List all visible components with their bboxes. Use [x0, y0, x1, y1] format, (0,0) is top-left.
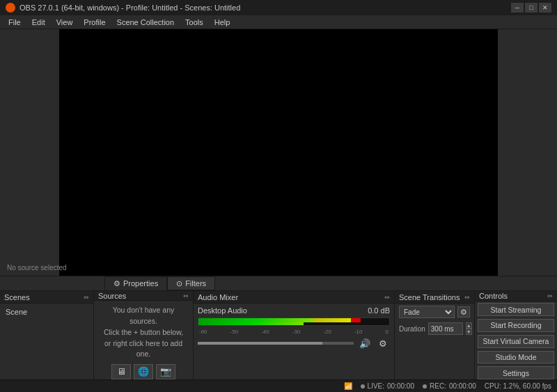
- sources-panel-header: Sources ⇔: [94, 291, 193, 301]
- source-icon-browser[interactable]: 🌐: [134, 364, 153, 379]
- audio-track-header: Desktop Audio 0.0 dB: [198, 306, 390, 315]
- controls-title: Controls: [479, 292, 508, 300]
- duration-label: Duration: [399, 325, 425, 333]
- start-recording-button[interactable]: Start Recording: [478, 319, 554, 332]
- settings-button[interactable]: Settings: [478, 366, 554, 379]
- transitions-header: Scene Transitions ⇔: [395, 291, 474, 304]
- duration-up-button[interactable]: ▲: [466, 322, 472, 329]
- menu-tools[interactable]: Tools: [180, 17, 209, 28]
- live-time: 00:00:00: [387, 382, 414, 390]
- properties-tab-bar: ⚙ Properties ⊙ Filters: [0, 276, 557, 291]
- live-status: LIVE: 00:00:00: [361, 382, 414, 390]
- controls-expand-icon[interactable]: ⇔: [547, 292, 553, 299]
- scale-50: -50: [230, 329, 239, 335]
- app-window: OBS 27.0.1 (64-bit, windows) - Profile: …: [0, 0, 557, 392]
- transition-type-select[interactable]: Fade: [399, 306, 455, 318]
- scenes-panel-header: Scenes ⇔: [0, 291, 93, 304]
- audio-content: Desktop Audio 0.0 dB -60 -50 -40: [194, 304, 394, 379]
- scale-20: -20: [323, 329, 331, 335]
- main-layout: No source selected ⚙ Properties ⊙ Filter…: [0, 29, 557, 379]
- controls-panel: Controls ⇔ Start Streaming Start Recordi…: [475, 291, 557, 379]
- tab-filters[interactable]: ⊙ Filters: [167, 276, 215, 290]
- menu-view[interactable]: View: [51, 17, 79, 28]
- transition-type-row: Fade ⚙: [395, 304, 474, 320]
- transitions-expand-icon[interactable]: ⇔: [464, 294, 470, 301]
- duration-down-button[interactable]: ▼: [466, 329, 472, 335]
- cpu-status: CPU: 1.2%, 60.00 fps: [485, 382, 551, 390]
- bottom-row: Scenes ⇔ Scene + − ∧ ∨: [0, 291, 557, 379]
- transition-settings-button[interactable]: ⚙: [457, 306, 470, 317]
- start-streaming-button[interactable]: Start Streaming: [478, 303, 554, 316]
- menu-help[interactable]: Help: [209, 17, 236, 28]
- scale-10: -10: [354, 329, 363, 335]
- close-button[interactable]: ✕: [539, 3, 551, 13]
- rec-dot: [423, 384, 427, 389]
- scene-item[interactable]: Scene: [3, 306, 91, 317]
- window-controls: ─ □ ✕: [511, 3, 551, 13]
- center-right-column: No source selected ⚙ Properties ⊙ Filter…: [0, 29, 557, 379]
- sources-empty-message[interactable]: You don't have any sources. Click the + …: [94, 301, 193, 379]
- network-icon-item: 📶: [344, 382, 352, 390]
- sources-icon-row: 🖥 🌐 📷: [111, 364, 175, 379]
- audio-mixer-panel: Audio Mixer ⇔ Desktop Audio 0.0 dB: [194, 291, 395, 379]
- rec-label: REC:: [430, 382, 446, 390]
- source-icon-camera[interactable]: 📷: [156, 364, 175, 379]
- transition-duration-row: Duration ▲ ▼: [395, 320, 474, 337]
- scale-40: -40: [261, 329, 269, 335]
- sources-empty-line1: You don't have any sources.: [98, 305, 189, 327]
- title-text: OBS 27.0.1 (64-bit, windows) - Profile: …: [19, 3, 240, 12]
- audio-meter: [198, 317, 390, 326]
- gear-icon: ⚙: [113, 279, 120, 288]
- audio-db-value: 0.0 dB: [368, 306, 390, 315]
- scale-60: -60: [199, 329, 207, 335]
- duration-input[interactable]: [428, 322, 463, 335]
- rec-status: REC: 00:00:00: [423, 382, 476, 390]
- sources-panel: Sources ⇔ You don't have any sources. Cl…: [94, 291, 194, 379]
- volume-slider[interactable]: [198, 342, 354, 345]
- audio-mixer-title: Audio Mixer: [198, 293, 238, 301]
- controls-header: Controls ⇔: [475, 291, 557, 301]
- meter-bar-yellow: [313, 318, 351, 322]
- preview-wrapper: No source selected: [0, 29, 557, 276]
- transitions-panel: Scene Transitions ⇔ Fade ⚙ Duration ▲: [395, 291, 475, 379]
- filter-icon: ⊙: [176, 279, 182, 288]
- live-label: LIVE:: [368, 382, 384, 390]
- scale-30: -30: [292, 329, 301, 335]
- audio-mixer-expand-icon[interactable]: ⇔: [384, 294, 390, 301]
- sources-expand-icon[interactable]: ⇔: [183, 292, 189, 299]
- audio-mixer-header: Audio Mixer ⇔: [194, 291, 394, 304]
- source-icon-display[interactable]: 🖥: [111, 364, 131, 379]
- mute-button[interactable]: 🔊: [358, 338, 372, 349]
- tab-properties[interactable]: ⚙ Properties: [104, 276, 167, 290]
- meter-scale: -60 -50 -40 -30 -20 -10 0: [198, 329, 390, 335]
- minimize-button[interactable]: ─: [511, 3, 524, 13]
- network-icon: 📶: [344, 382, 352, 390]
- scenes-expand-icon[interactable]: ⇔: [84, 294, 89, 301]
- app-icon: [6, 3, 15, 13]
- start-virtual-camera-button[interactable]: Start Virtual Camera: [478, 335, 554, 348]
- scenes-panel: Scenes ⇔ Scene + − ∧ ∨: [0, 291, 94, 379]
- scenes-list: Scene: [0, 304, 93, 379]
- audio-track-name: Desktop Audio: [198, 306, 247, 315]
- menu-file[interactable]: File: [3, 17, 26, 28]
- sources-empty-line2: Click the + button below,: [104, 327, 183, 338]
- scenes-panel-title: Scenes: [4, 293, 30, 301]
- menu-profile[interactable]: Profile: [78, 17, 111, 28]
- transitions-title: Scene Transitions: [399, 293, 460, 301]
- sources-empty-line3: or right click here to add one.: [98, 338, 189, 361]
- volume-slider-fill: [198, 342, 322, 345]
- title-bar: OBS 27.0.1 (64-bit, windows) - Profile: …: [0, 0, 557, 15]
- meter-bar-green2: [198, 322, 304, 326]
- menu-scene-collection[interactable]: Scene Collection: [111, 17, 180, 28]
- rec-time: 00:00:00: [449, 382, 476, 390]
- maximize-button[interactable]: □: [525, 3, 538, 13]
- cpu-label: CPU: 1.2%, 60.00 fps: [485, 382, 551, 390]
- studio-mode-button[interactable]: Studio Mode: [478, 351, 554, 364]
- menu-edit[interactable]: Edit: [26, 17, 51, 28]
- audio-settings-button[interactable]: ⚙: [376, 338, 390, 349]
- preview-canvas: [59, 29, 498, 276]
- status-bar: 📶 LIVE: 00:00:00 REC: 00:00:00 CPU: 1.2%…: [0, 379, 557, 392]
- no-source-label: No source selected: [7, 264, 67, 272]
- live-dot: [361, 384, 365, 389]
- scale-0: 0: [385, 329, 388, 335]
